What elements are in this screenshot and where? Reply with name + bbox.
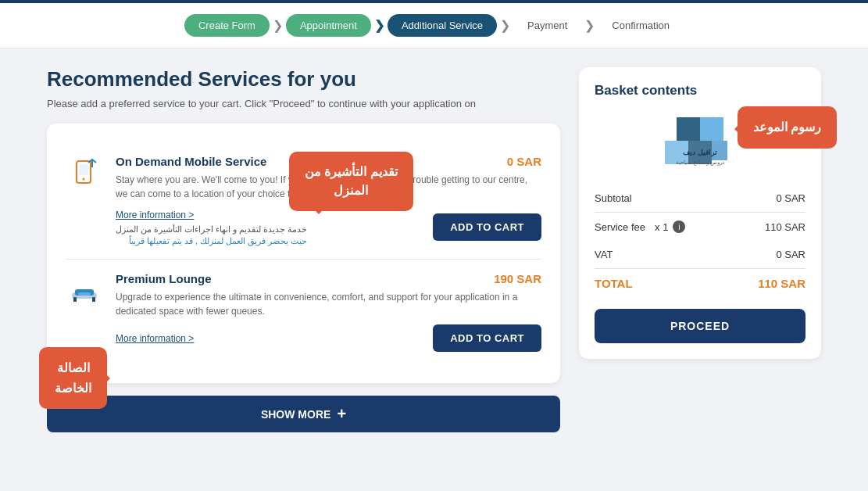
arrow-3: ❯ [500, 18, 510, 33]
arrow-1: ❯ [273, 18, 283, 33]
vat-label: VAT [595, 249, 613, 260]
arabic-note1: خدمة جديدة لتقديم و انهاء اجراءات التأشي… [116, 224, 307, 235]
step-payment[interactable]: Payment [513, 14, 581, 37]
add-to-cart-on-demand[interactable]: ADD TO CART [433, 213, 541, 241]
basket-service-fee-row: Service fee x 1 i 110 SAR [595, 212, 805, 241]
step-create-form[interactable]: Create Form [184, 14, 270, 37]
service-fee-label: Service fee [595, 221, 645, 233]
show-more-bar[interactable]: SHOW MORE + [47, 396, 560, 432]
service-price-on-demand: 0 SAR [507, 155, 541, 168]
svg-text:دروس ونصائح سياحية: دروس ونصائح سياحية [676, 159, 724, 166]
svg-point-1 [83, 178, 85, 181]
more-info-premium[interactable]: More information > [116, 333, 194, 344]
basket-title: Basket contents [595, 83, 805, 99]
arabic-note2: حيث يحضر فريق العمل لمنزلك , قد يتم تفعي… [116, 236, 307, 246]
svg-marker-9 [700, 117, 723, 141]
step-additional-service[interactable]: Additional Service [388, 14, 497, 37]
info-icon[interactable]: i [673, 220, 685, 233]
subtotal-label: Subtotal [595, 192, 632, 204]
basket-vat-row: VAT 0 SAR [595, 241, 805, 268]
page-title: Recommended Services for you [47, 67, 560, 91]
callout-appointment: الصالةالخاصة [39, 347, 107, 409]
service-name-premium: Premium Lounge [116, 272, 212, 285]
step-appointment[interactable]: Appointment [286, 14, 371, 37]
subtotal-value: 0 SAR [776, 192, 805, 204]
svg-rect-5 [73, 297, 77, 302]
svg-rect-6 [92, 297, 95, 302]
show-more-plus-icon: + [337, 405, 346, 423]
svg-text:ترافيل ديف: ترافيل ديف [683, 149, 717, 157]
service-premium-lounge: Premium Lounge 190 SAR Upgrade to experi… [66, 260, 541, 364]
lounge-icon [66, 272, 103, 310]
callout-visa: تقديم التأشيرة منالمنزل [289, 152, 413, 211]
svg-rect-7 [78, 292, 91, 296]
progress-bar: Create Form ❯ Appointment ❯ Additional S… [0, 3, 868, 48]
vat-value: 0 SAR [776, 249, 805, 260]
proceed-button[interactable]: PROCEED [595, 309, 805, 343]
svg-marker-8 [677, 117, 700, 141]
service-price-premium: 190 SAR [494, 272, 541, 285]
service-desc-premium: Upgrade to experience the ultimate in co… [116, 290, 541, 318]
svg-rect-2 [79, 164, 88, 175]
service-fee-value: 110 SAR [765, 221, 805, 233]
total-label: TOTAL [595, 277, 633, 290]
page-subtitle: Please add a preferred service to your c… [47, 98, 560, 109]
arrow-4: ❯ [584, 18, 595, 33]
total-value: 110 SAR [758, 277, 805, 290]
step-confirmation[interactable]: Confirmation [598, 14, 684, 37]
arrow-2: ❯ [374, 18, 384, 33]
mobile-service-icon [66, 155, 103, 192]
service-fee-multiplier: x 1 [655, 221, 668, 233]
service-name-on-demand: On Demand Mobile Service [116, 155, 266, 168]
callout-fee: رسوم الموعد [738, 106, 837, 149]
add-to-cart-premium[interactable]: ADD TO CART [433, 324, 541, 352]
show-more-label: SHOW MORE [261, 408, 330, 421]
basket-total-row: TOTAL 110 SAR [595, 268, 805, 298]
more-info-on-demand[interactable]: More information > [116, 210, 194, 220]
basket-subtotal-row: Subtotal 0 SAR [595, 185, 805, 212]
